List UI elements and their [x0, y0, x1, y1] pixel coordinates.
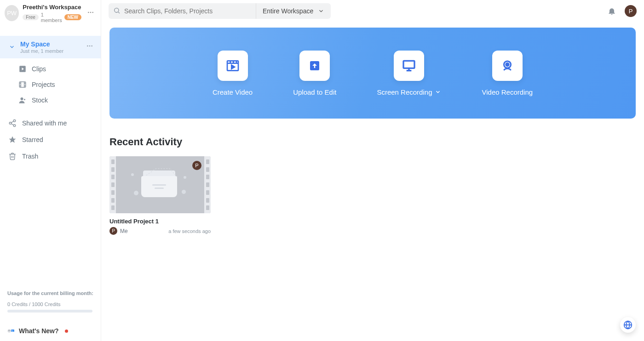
sidebar-section-starred[interactable]: Starred	[0, 132, 101, 148]
sidebar-section-shared[interactable]: Shared with me	[0, 115, 101, 131]
svg-marker-36	[231, 65, 235, 68]
help-fab[interactable]	[620, 317, 636, 333]
sidebar-item-stock[interactable]: Stock	[0, 92, 101, 108]
project-owner: Me	[120, 228, 128, 234]
sidebar-section-label: Starred	[22, 136, 43, 143]
svg-rect-38	[403, 61, 414, 68]
workspace-header[interactable]: PW Preethi's Workspace Free 1 members NE…	[0, 0, 101, 27]
search-input[interactable]	[124, 7, 251, 15]
film-icon	[18, 80, 27, 89]
workspace-more-icon[interactable]	[85, 9, 96, 18]
chevron-down-icon	[435, 89, 441, 95]
svg-point-42	[506, 63, 509, 66]
owner-avatar: P	[192, 161, 201, 170]
star-icon	[8, 136, 17, 144]
announcement-icon	[7, 327, 15, 335]
hero-video-recording[interactable]: Video Recording	[482, 51, 533, 96]
hero-label: Create Video	[213, 88, 253, 96]
project-card[interactable]: P Untitled Project 1 P Me a few seconds …	[109, 156, 211, 235]
project-name: Untitled Project 1	[109, 218, 211, 225]
user-avatar[interactable]: P	[625, 5, 637, 17]
svg-point-25	[10, 330, 11, 331]
sidebar-item-label: Stock	[32, 97, 48, 104]
usage-text: 0 Credits / 1000 Credits	[7, 301, 93, 307]
svg-point-2	[92, 11, 93, 13]
share-icon	[8, 119, 17, 127]
svg-point-16	[24, 99, 25, 100]
svg-point-3	[87, 45, 88, 47]
sidebar-section-label: Shared with me	[22, 119, 67, 127]
project-time: a few seconds ago	[168, 228, 211, 234]
svg-line-20	[11, 121, 13, 122]
svg-point-29	[115, 8, 119, 12]
hero-create-video[interactable]: Create Video	[213, 51, 253, 96]
upload-icon	[308, 59, 322, 73]
workspace-avatar: PW	[5, 5, 19, 21]
notification-dot	[65, 330, 68, 333]
svg-point-17	[13, 119, 16, 122]
recent-activity-title: Recent Activity	[109, 136, 636, 148]
monitor-icon	[402, 58, 416, 73]
plan-badge: Free	[23, 14, 39, 20]
members-count: 1 members	[41, 12, 62, 23]
topbar: Entire Workspace P	[101, 0, 644, 22]
space-name: My Space	[20, 40, 63, 48]
globe-help-icon	[623, 320, 633, 330]
space-more-icon[interactable]	[84, 42, 95, 51]
sidebar-item-projects[interactable]: Projects	[0, 77, 101, 92]
owner-avatar-small: P	[109, 227, 117, 235]
svg-line-21	[11, 124, 13, 125]
whats-new-button[interactable]: What's New?	[7, 327, 93, 335]
svg-line-30	[118, 12, 120, 13]
film-strip-icon	[109, 156, 116, 213]
sidebar-item-label: Clips	[32, 65, 46, 73]
new-badge[interactable]: NEW	[64, 14, 81, 20]
svg-point-19	[13, 125, 16, 127]
chevron-down-icon[interactable]	[8, 43, 16, 51]
create-video-icon	[225, 58, 240, 73]
hero-banner: Create Video Upload to Edit	[109, 28, 636, 119]
sidebar-item-label: Projects	[32, 81, 55, 88]
svg-point-1	[90, 11, 92, 13]
hero-upload-to-edit[interactable]: Upload to Edit	[293, 51, 336, 96]
svg-marker-22	[9, 136, 16, 142]
space-sub: Just me, 1 member	[20, 48, 63, 54]
search-icon	[113, 7, 121, 16]
scope-label: Entire Workspace	[263, 7, 313, 15]
hero-label: Video Recording	[482, 88, 533, 96]
svg-point-5	[91, 45, 92, 47]
whats-new-label: What's New?	[19, 327, 59, 335]
project-thumbnail[interactable]: P	[109, 156, 211, 213]
chevron-down-icon	[318, 8, 324, 14]
svg-rect-26	[11, 330, 14, 332]
play-square-icon	[18, 65, 27, 73]
trash-icon	[8, 152, 17, 160]
svg-point-4	[89, 45, 91, 47]
film-strip-icon	[204, 156, 211, 213]
folder-icon	[139, 169, 181, 201]
sidebar: PW Preethi's Workspace Free 1 members NE…	[0, 0, 101, 341]
svg-point-18	[9, 122, 12, 124]
usage-label: Usage for the current billing month:	[7, 290, 93, 296]
sidebar-section-trash[interactable]: Trash	[0, 148, 101, 164]
person-icon	[18, 96, 27, 104]
svg-point-15	[21, 97, 23, 100]
svg-point-23	[8, 330, 11, 333]
sidebar-item-clips[interactable]: Clips	[0, 61, 101, 77]
svg-point-0	[88, 11, 89, 13]
hero-label: Upload to Edit	[293, 88, 336, 96]
svg-point-24	[8, 330, 9, 331]
notifications-icon[interactable]	[607, 6, 616, 16]
svg-rect-28	[12, 331, 13, 331]
hero-screen-recording[interactable]: Screen Recording	[377, 51, 441, 96]
usage-bar	[7, 310, 92, 313]
svg-rect-27	[12, 330, 12, 331]
hero-label: Screen Recording	[377, 88, 432, 96]
workspace-name: Preethi's Workspace	[23, 4, 81, 11]
webcam-icon	[500, 59, 514, 73]
sidebar-space-myspace[interactable]: My Space Just me, 1 member	[0, 36, 101, 58]
search-scope-select[interactable]: Entire Workspace	[256, 3, 331, 19]
svg-rect-8	[19, 82, 26, 87]
sidebar-section-label: Trash	[22, 153, 38, 160]
